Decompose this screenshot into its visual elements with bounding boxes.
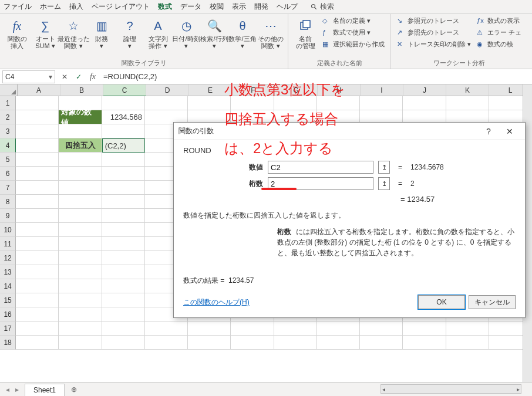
- show-formulas-button[interactable]: ƒx数式の表示: [474, 15, 524, 26]
- collapse-dialog-button[interactable]: ↥: [378, 177, 390, 190]
- cell[interactable]: [145, 96, 188, 110]
- menu-search[interactable]: 検索: [311, 2, 334, 12]
- evaluate-formula-button[interactable]: ◉数式の検: [474, 39, 524, 50]
- cell[interactable]: [16, 181, 59, 195]
- cell[interactable]: [102, 265, 145, 279]
- insert-function-button[interactable]: fx関数の 挿入: [4, 15, 31, 49]
- insert-function-button[interactable]: fx: [86, 70, 100, 84]
- formula-cancel-button[interactable]: ✕: [58, 70, 72, 84]
- menu-insert[interactable]: 挿入: [69, 2, 83, 12]
- column-header[interactable]: K: [446, 84, 489, 96]
- formula-input[interactable]: =ROUND(C2,2): [100, 72, 532, 81]
- row-header[interactable]: 12: [0, 251, 16, 265]
- cell[interactable]: [188, 336, 231, 350]
- cell[interactable]: [16, 251, 59, 265]
- row-header[interactable]: 16: [0, 307, 16, 321]
- logical-button[interactable]: ?論理 ▾: [116, 15, 143, 49]
- text-button[interactable]: A文字列 操作 ▾: [144, 15, 171, 49]
- remove-arrows-button[interactable]: ✕トレース矢印の削除 ▾: [395, 39, 473, 50]
- cell[interactable]: [59, 336, 102, 350]
- menu-help[interactable]: ヘルプ: [277, 2, 298, 12]
- cell[interactable]: [188, 96, 231, 110]
- cell[interactable]: [59, 124, 102, 138]
- cell[interactable]: [59, 195, 102, 209]
- cell[interactable]: (C2,2): [102, 138, 145, 153]
- cell[interactable]: [231, 336, 274, 350]
- create-from-selection-button[interactable]: ▦選択範囲から作成: [320, 39, 387, 50]
- cell[interactable]: [145, 336, 188, 350]
- cell[interactable]: [59, 223, 102, 237]
- column-header[interactable]: E: [189, 84, 232, 96]
- row-header[interactable]: 8: [0, 195, 16, 209]
- column-header[interactable]: H: [318, 84, 361, 96]
- column-header[interactable]: J: [403, 84, 446, 96]
- row-header[interactable]: 3: [0, 124, 16, 138]
- cell[interactable]: [102, 279, 145, 293]
- arg-input-number[interactable]: [268, 161, 373, 174]
- cell[interactable]: [16, 96, 59, 110]
- cell[interactable]: [102, 307, 145, 321]
- column-header[interactable]: I: [361, 84, 403, 96]
- cell[interactable]: [16, 321, 59, 336]
- financial-button[interactable]: ▥財務 ▾: [88, 15, 115, 49]
- cell[interactable]: 四捨五入: [59, 138, 102, 153]
- row-header[interactable]: 13: [0, 265, 16, 279]
- lookup-button[interactable]: 🔍検索/行列 ▾: [201, 15, 228, 49]
- cell[interactable]: [446, 336, 489, 350]
- cell[interactable]: [145, 321, 188, 336]
- cell[interactable]: [360, 96, 403, 110]
- cell[interactable]: [102, 237, 145, 251]
- row-header[interactable]: 9: [0, 209, 16, 223]
- name-box[interactable]: C4 ▾: [2, 70, 55, 83]
- cell[interactable]: [16, 279, 59, 293]
- cell[interactable]: [102, 321, 145, 336]
- cell[interactable]: [59, 209, 102, 223]
- cell[interactable]: [16, 110, 59, 124]
- math-button[interactable]: θ数学/三角 ▾: [229, 15, 256, 49]
- cell[interactable]: [16, 138, 59, 153]
- column-header[interactable]: F: [232, 84, 275, 96]
- cell[interactable]: [59, 251, 102, 265]
- name-manager-button[interactable]: 名前 の管理: [292, 15, 319, 49]
- cell[interactable]: [102, 195, 145, 209]
- cell[interactable]: [59, 279, 102, 293]
- cell[interactable]: [16, 124, 59, 138]
- column-header[interactable]: C: [103, 84, 146, 96]
- name-box-dropdown-icon[interactable]: ▾: [49, 73, 52, 81]
- dialog-close-button[interactable]: ✕: [499, 123, 520, 140]
- cell[interactable]: [16, 293, 59, 307]
- cell[interactable]: [188, 321, 231, 336]
- column-header[interactable]: A: [18, 84, 60, 96]
- menu-page-layout[interactable]: ページ レイアウト: [92, 2, 150, 12]
- cell[interactable]: [231, 321, 274, 336]
- cell[interactable]: [59, 265, 102, 279]
- cell[interactable]: [102, 96, 145, 110]
- cancel-button[interactable]: キャンセル: [469, 295, 516, 309]
- cell[interactable]: [59, 321, 102, 336]
- cell[interactable]: [102, 336, 145, 350]
- row-header[interactable]: 2: [0, 110, 16, 124]
- collapse-dialog-button[interactable]: ↥: [378, 161, 390, 174]
- cell[interactable]: [446, 96, 489, 110]
- sheet-tab[interactable]: Sheet1: [25, 384, 65, 396]
- horizontal-scrollbar[interactable]: ◂▸: [381, 384, 521, 394]
- cell[interactable]: [317, 336, 360, 350]
- cell[interactable]: 1234.568: [102, 110, 145, 124]
- cell[interactable]: 対象の数値: [59, 110, 102, 124]
- cell[interactable]: [102, 124, 145, 138]
- menu-home[interactable]: ホーム: [40, 2, 61, 12]
- row-header[interactable]: 10: [0, 223, 16, 237]
- row-header[interactable]: 15: [0, 293, 16, 307]
- menu-formulas[interactable]: 数式: [158, 2, 172, 12]
- cell[interactable]: [59, 293, 102, 307]
- cell[interactable]: [59, 153, 102, 167]
- define-name-button[interactable]: ◇名前の定義 ▾: [320, 15, 387, 26]
- dialog-help-button[interactable]: ?: [478, 123, 499, 140]
- datetime-button[interactable]: ◷日付/時刻 ▾: [173, 15, 200, 49]
- row-header[interactable]: 7: [0, 181, 16, 195]
- column-header[interactable]: B: [60, 84, 103, 96]
- menu-view[interactable]: 表示: [232, 2, 246, 12]
- cell[interactable]: [16, 307, 59, 321]
- trace-dependents-button[interactable]: ↗参照先のトレース: [395, 27, 473, 38]
- sheet-nav[interactable]: ◂▸: [0, 385, 25, 394]
